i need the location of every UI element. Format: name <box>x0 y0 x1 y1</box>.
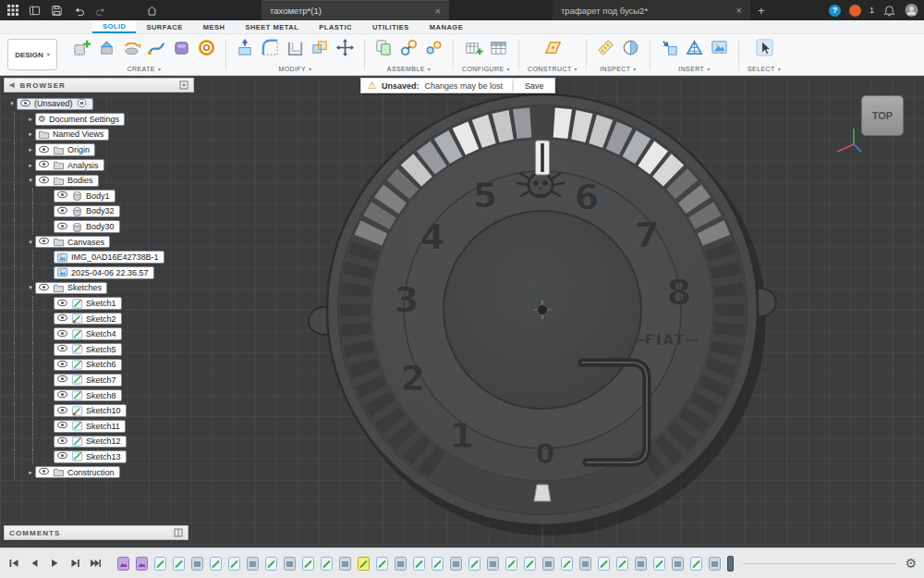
form-icon[interactable] <box>171 37 192 58</box>
job-status-icon[interactable] <box>849 5 861 17</box>
expand-arrow-icon[interactable]: ▾ <box>26 239 35 246</box>
ribbon-group-label[interactable]: MODIFY▾ <box>278 66 311 73</box>
redo-icon[interactable] <box>94 4 108 18</box>
construction-plane-icon[interactable] <box>542 37 564 58</box>
browser-item-sketch8[interactable]: Sketch8 <box>4 387 194 403</box>
visibility-eye-icon[interactable] <box>38 281 50 295</box>
ribbon-group-label[interactable]: SELECT▾ <box>748 66 781 73</box>
tree-node-box[interactable]: 2025-04-06 22.36.57 <box>54 266 154 279</box>
timeline-feature-feature[interactable] <box>283 556 297 572</box>
expand-arrow-icon[interactable]: ▸ <box>26 116 35 123</box>
ribbon-tab-solid[interactable]: SOLID <box>92 20 136 33</box>
tree-node-box[interactable]: Sketch2 <box>54 313 122 326</box>
browser-item-sketch1[interactable]: Sketch1 <box>4 296 194 312</box>
timeline-feature-sketch[interactable] <box>689 556 703 572</box>
press-pull-icon[interactable] <box>235 37 256 58</box>
timeline-feature-sketch[interactable] <box>597 556 611 572</box>
play-button[interactable] <box>48 557 61 570</box>
canvas-icon[interactable] <box>709 37 730 58</box>
tree-node-box[interactable]: Sketch11 <box>54 420 126 433</box>
app-grid-icon[interactable] <box>6 4 19 18</box>
visibility-eye-icon[interactable] <box>56 204 68 218</box>
tree-node-box[interactable]: Sketch10 <box>54 404 127 417</box>
timeline-feature-sketch[interactable] <box>468 556 481 572</box>
visibility-eye-icon[interactable] <box>38 174 50 188</box>
timeline-settings-gear-icon[interactable]: ⚙ <box>905 556 924 571</box>
tree-node-box[interactable]: Sketch1 <box>54 297 122 310</box>
browser-item-sketch6[interactable]: Sketch6 <box>4 357 194 373</box>
ribbon-tab-utilities[interactable]: UTILITIES <box>362 20 419 33</box>
fillet-icon[interactable] <box>260 37 281 58</box>
browser-item-document-settings[interactable]: ▸⚙Document Settings <box>4 112 194 128</box>
visibility-eye-icon[interactable] <box>56 342 68 356</box>
timeline-feature-feature[interactable] <box>708 556 722 572</box>
browser-item-named-views[interactable]: ▸Named Views <box>4 127 194 142</box>
visibility-eye-icon[interactable] <box>56 297 68 311</box>
bell-icon[interactable] <box>882 4 896 18</box>
browser-item-bodies[interactable]: ▾Bodies <box>4 173 194 189</box>
browser-item-sketch10[interactable]: Sketch10 <box>4 403 194 419</box>
browser-item-construction[interactable]: ▸Construction <box>4 464 194 480</box>
coil-icon[interactable] <box>196 37 217 58</box>
configuration-icon[interactable] <box>463 37 484 58</box>
timeline-feature-sketch[interactable] <box>412 556 426 572</box>
timeline-feature-selected[interactable] <box>357 556 371 572</box>
select-cursor-icon[interactable] <box>754 37 775 58</box>
browser-item-analysis[interactable]: ▸Analysis <box>4 157 194 173</box>
timeline-feature-sketch[interactable] <box>431 556 444 572</box>
timeline-feature-sketch[interactable] <box>505 556 518 572</box>
browser-item-body32[interactable]: Body32 <box>4 203 194 219</box>
collapse-panel-icon[interactable]: ◀ <box>9 81 15 89</box>
visibility-eye-icon[interactable] <box>56 327 68 341</box>
tree-node-box[interactable]: Named Views <box>35 129 109 141</box>
visibility-eye-icon[interactable] <box>38 235 50 249</box>
joint-icon[interactable] <box>398 37 419 58</box>
section-analysis-icon[interactable] <box>620 37 641 58</box>
ribbon-tab-surface[interactable]: SURFACE <box>136 20 192 33</box>
ribbon-tab-plastic[interactable]: PLASTIC <box>309 20 362 33</box>
tree-node-box[interactable]: Sketch7 <box>54 374 122 387</box>
browser-item-2025-04-06-22-36-57[interactable]: 2025-04-06 22.36.57 <box>4 265 194 281</box>
expand-arrow-icon[interactable]: ▾ <box>7 100 17 107</box>
tree-node-box[interactable]: ⚙Document Settings <box>35 113 125 126</box>
browser-item-sketches[interactable]: ▾Sketches <box>4 280 194 296</box>
timeline-feature-sketch[interactable] <box>209 556 223 572</box>
close-tab-icon[interactable]: × <box>435 6 441 17</box>
sweep-icon[interactable] <box>146 37 167 58</box>
tree-node-box[interactable]: Analysis <box>35 159 104 172</box>
tree-node-box[interactable]: Sketches <box>35 282 107 295</box>
timeline-feature-sketch[interactable] <box>615 556 629 572</box>
timeline-feature-sketch[interactable] <box>301 556 315 572</box>
visibility-eye-icon[interactable] <box>56 373 68 387</box>
comments-header[interactable]: COMMENTS <box>4 525 188 540</box>
expand-arrow-icon[interactable]: ▸ <box>26 130 35 138</box>
activate-radio-icon[interactable] <box>76 97 88 111</box>
visibility-eye-icon[interactable] <box>56 419 68 433</box>
expand-arrow-icon[interactable]: ▸ <box>26 162 35 169</box>
timeline-feature-feature[interactable] <box>338 556 352 572</box>
browser-item-sketch11[interactable]: Sketch11 <box>4 418 194 434</box>
step-back-button[interactable] <box>28 557 41 570</box>
expand-arrow-icon[interactable]: ▾ <box>26 177 35 184</box>
panel-options-icon[interactable] <box>179 80 188 90</box>
browser-header[interactable]: ◀ BROWSER <box>4 78 194 92</box>
tree-node-box[interactable]: (Unsaved) <box>17 98 93 111</box>
insert-derive-icon[interactable] <box>659 37 680 58</box>
tree-node-box[interactable]: Sketch6 <box>54 359 122 372</box>
save-button[interactable]: Save <box>513 79 555 92</box>
workspace-selector[interactable]: DESIGN▾ <box>7 39 57 70</box>
comments-expand-icon[interactable] <box>174 528 183 537</box>
tree-node-box[interactable]: Sketch5 <box>54 343 122 356</box>
ribbon-group-label[interactable]: CONSTRUCT▾ <box>528 66 578 73</box>
move-icon[interactable] <box>334 37 356 58</box>
browser-item-sketch13[interactable]: Sketch13 <box>4 449 194 465</box>
timeline-feature-feature[interactable] <box>190 556 204 572</box>
timeline-feature-sketch[interactable] <box>172 556 186 572</box>
timeline-position-marker[interactable] <box>727 556 734 572</box>
timeline-feature-feature[interactable] <box>671 556 685 572</box>
visibility-eye-icon[interactable] <box>19 97 31 111</box>
ribbon-group-label[interactable]: CREATE▾ <box>128 66 162 73</box>
visibility-eye-icon[interactable] <box>56 449 68 463</box>
ribbon-tab-mesh[interactable]: MESH <box>193 20 236 33</box>
timeline-feature-canvas[interactable] <box>135 556 149 572</box>
